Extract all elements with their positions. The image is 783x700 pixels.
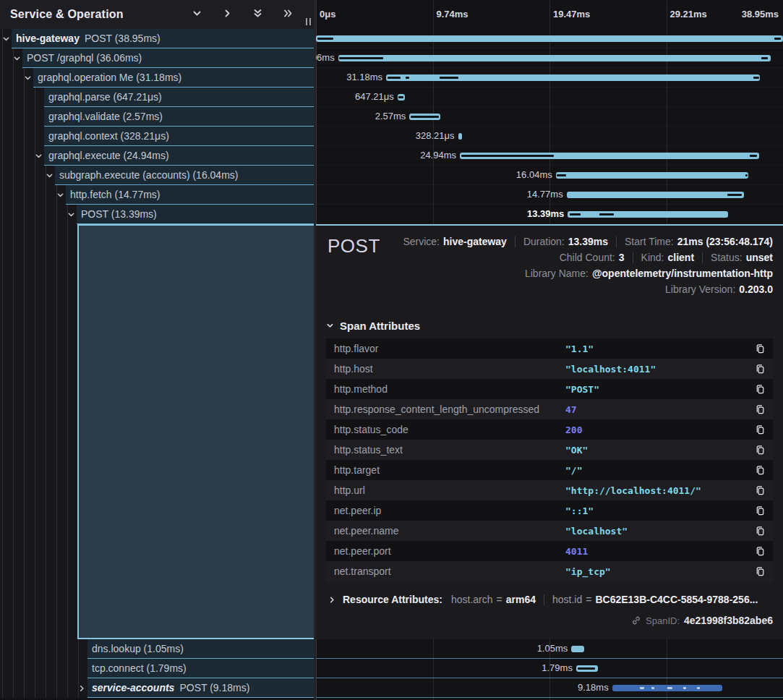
span-name-cell[interactable]: graphql.execute (24.94ms)	[0, 146, 314, 166]
span-row[interactable]: dns.lookup (1.05ms)1.05ms	[0, 639, 783, 659]
span-label[interactable]: http.fetch (14.77ms)	[66, 185, 314, 205]
chevron-down-icon[interactable]	[35, 152, 43, 160]
attribute-key: http.method	[334, 383, 565, 395]
span-row[interactable]: tcp.connect (1.79ms)1.79ms	[0, 659, 783, 678]
span-timeline-cell[interactable]: 9.18ms	[316, 678, 783, 698]
span-name-cell[interactable]: graphql.validate (2.57ms)	[0, 107, 314, 127]
span-timeline-cell[interactable]: 16.04ms	[316, 166, 783, 185]
copy-icon[interactable]	[753, 524, 767, 538]
span-row[interactable]: POST (13.39ms)13.39ms	[0, 205, 783, 224]
span-name-cell[interactable]: POST (13.39ms)	[0, 205, 314, 224]
expand-all-button[interactable]	[252, 8, 263, 22]
span-label[interactable]: graphql.execute (24.94ms)	[44, 146, 314, 166]
span-label[interactable]: service-accountsPOST (9.18ms)	[87, 678, 314, 698]
span-timeline-cell[interactable]: 24.94ms	[316, 146, 783, 166]
span-timeline-cell[interactable]: 36.06ms	[316, 48, 783, 68]
span-name-cell[interactable]: graphql.parse (647.21μs)	[0, 88, 314, 107]
span-row[interactable]: subgraph.execute (accounts) (16.04ms)16.…	[0, 166, 783, 185]
collapse-one-button[interactable]	[222, 8, 233, 22]
field-value: 21ms (23:56:48.174)	[677, 236, 773, 247]
span-name-cell[interactable]: subgraph.execute (accounts) (16.04ms)	[0, 166, 314, 185]
span-bar[interactable]	[571, 646, 583, 652]
span-name-cell[interactable]: tcp.connect (1.79ms)	[0, 659, 314, 678]
span-name-cell[interactable]: dns.lookup (1.05ms)	[0, 639, 314, 659]
copy-icon[interactable]	[753, 504, 767, 518]
indent-guides	[0, 48, 22, 68]
attribute-value: "/"	[565, 465, 753, 476]
chevron-down-icon[interactable]	[2, 35, 10, 43]
copy-icon[interactable]	[753, 443, 767, 457]
span-row[interactable]: graphql.operation Me (31.18ms)31.18ms	[0, 68, 783, 88]
chevron-down-icon[interactable]	[56, 191, 64, 199]
span-label[interactable]: dns.lookup (1.05ms)	[87, 639, 314, 659]
span-detail-panel: POST Service:hive-gatewayDuration:13.39m…	[316, 224, 783, 639]
span-row[interactable]: http.fetch (14.77ms)14.77ms	[0, 185, 783, 205]
span-label[interactable]: tcp.connect (1.79ms)	[87, 659, 314, 678]
copy-icon[interactable]	[753, 565, 767, 579]
span-timeline-cell[interactable]: 38.95ms	[316, 29, 783, 48]
span-timeline-cell[interactable]: 2.57ms	[316, 107, 783, 127]
copy-icon[interactable]	[753, 464, 767, 477]
span-row[interactable]: graphql.execute (24.94ms)24.94ms	[0, 146, 783, 166]
span-timeline-cell[interactable]: 13.39ms	[316, 205, 783, 224]
resource-value: arm64	[506, 594, 536, 605]
span-timeline-cell[interactable]: 328.21μs	[316, 127, 783, 146]
span-label[interactable]: subgraph.execute (accounts) (16.04ms)	[55, 166, 314, 185]
copy-icon[interactable]	[753, 423, 767, 437]
chevron-right-icon	[328, 596, 336, 604]
span-name-cell[interactable]: http.fetch (14.77ms)	[0, 185, 314, 205]
span-label[interactable]: graphql.operation Me (31.18ms)	[33, 68, 314, 88]
span-bar[interactable]	[567, 192, 744, 198]
chevron-down-icon[interactable]	[13, 54, 21, 62]
span-attributes-section-toggle[interactable]: Span Attributes	[326, 318, 773, 333]
span-bar[interactable]	[458, 133, 462, 140]
chevron-down-icon[interactable]	[46, 171, 54, 179]
collapse-all-button[interactable]	[283, 8, 294, 22]
span-name-cell[interactable]: hive-gatewayPOST (38.95ms)	[0, 29, 314, 48]
span-timeline-cell[interactable]: 31.18ms	[316, 68, 783, 88]
copy-icon[interactable]	[753, 383, 767, 396]
operation-name: POST (13.39ms)	[81, 208, 157, 220]
copy-icon[interactable]	[753, 342, 767, 356]
span-label[interactable]: hive-gatewayPOST (38.95ms)	[12, 29, 314, 48]
span-label[interactable]: graphql.context (328.21μs)	[44, 127, 314, 146]
span-label[interactable]: graphql.parse (647.21μs)	[44, 88, 314, 107]
span-row[interactable]: POST /graphql (36.06ms)36.06ms	[0, 48, 783, 68]
span-row[interactable]: graphql.validate (2.57ms)2.57ms	[0, 107, 783, 127]
copy-icon[interactable]	[753, 403, 767, 417]
span-row[interactable]: graphql.context (328.21μs)328.21μs	[0, 127, 783, 146]
equals-sign: =	[586, 594, 591, 605]
span-timeline-cell[interactable]: 14.77ms	[316, 185, 783, 205]
span-bar[interactable]	[338, 55, 771, 61]
span-name-cell[interactable]: graphql.context (328.21μs)	[0, 127, 314, 146]
expand-one-button[interactable]	[192, 8, 202, 22]
attribute-row: http.status_text"OK"	[326, 440, 773, 460]
span-row[interactable]: hive-gatewayPOST (38.95ms)38.95ms	[0, 29, 783, 48]
resource-attributes-row[interactable]: Resource Attributes: host.arch=arm64host…	[326, 592, 773, 607]
span-bar[interactable]	[568, 211, 728, 218]
copy-icon[interactable]	[753, 362, 767, 376]
span-bar[interactable]	[316, 35, 783, 42]
operation-name: graphql.validate (2.57ms)	[48, 111, 163, 122]
copy-icon[interactable]	[753, 545, 767, 558]
span-bar[interactable]	[556, 172, 748, 179]
span-timeline-cell[interactable]: 1.79ms	[316, 659, 783, 678]
link-icon[interactable]	[631, 615, 641, 626]
attribute-value: 4011	[565, 546, 753, 557]
span-label[interactable]: POST (13.39ms)	[77, 205, 314, 224]
span-label[interactable]: graphql.validate (2.57ms)	[44, 107, 314, 127]
chevron-down-icon[interactable]	[67, 210, 75, 218]
chevron-down-icon[interactable]	[24, 74, 32, 82]
copy-icon[interactable]	[753, 484, 767, 498]
chevron-right-icon[interactable]	[78, 684, 86, 692]
span-timeline-cell[interactable]: 1.05ms	[316, 639, 783, 659]
resize-grip-icon[interactable]	[306, 18, 311, 25]
span-name-cell[interactable]: graphql.operation Me (31.18ms)	[0, 68, 314, 88]
span-name-cell[interactable]: POST /graphql (36.06ms)	[0, 48, 314, 68]
span-row[interactable]: service-accountsPOST (9.18ms)9.18ms	[0, 678, 783, 698]
span-label[interactable]: POST /graphql (36.06ms)	[22, 48, 314, 68]
span-row[interactable]: graphql.parse (647.21μs)647.21μs	[0, 88, 783, 107]
column-resize-divider[interactable]	[314, 0, 316, 700]
span-name-cell[interactable]: service-accountsPOST (9.18ms)	[0, 678, 314, 698]
span-timeline-cell[interactable]: 647.21μs	[316, 88, 783, 107]
